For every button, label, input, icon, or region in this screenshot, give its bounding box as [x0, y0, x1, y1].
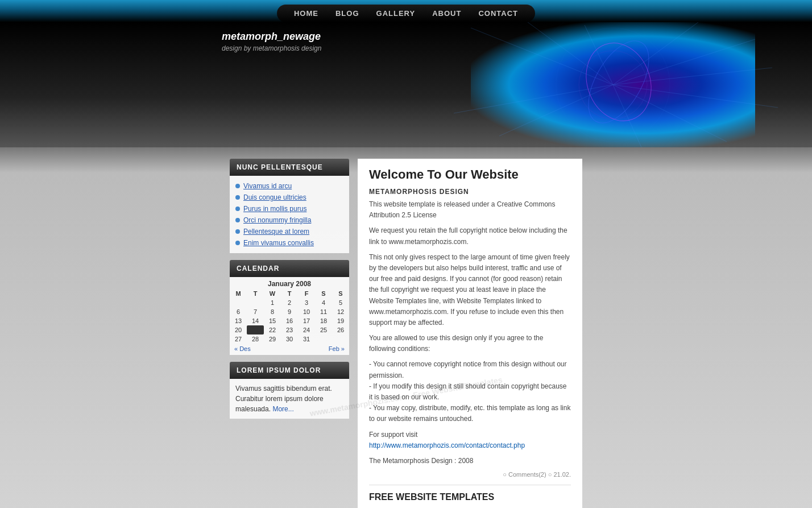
- para1: This website template is released under …: [369, 199, 571, 221]
- calendar-day[interactable]: 17: [298, 316, 315, 325]
- sidebar-link-4[interactable]: Orci nonummy fringilla: [243, 216, 311, 224]
- calendar-day[interactable]: 4: [315, 298, 332, 307]
- calendar-day[interactable]: 8: [264, 307, 281, 316]
- calendar-prev[interactable]: « Des: [234, 345, 251, 352]
- sidebar-links: Vivamus id arcu Duis congue ultricies Pu…: [230, 176, 349, 253]
- top-nav-bar: HOME BLOG GALLERY ABOUT CONTACT: [0, 0, 812, 22]
- svg-line-7: [613, 85, 727, 142]
- sidebar-calendar-header: CALENDAR: [230, 260, 349, 277]
- more-link[interactable]: More...: [272, 405, 293, 413]
- calendar-day[interactable]: 27: [230, 334, 247, 344]
- nav-gallery[interactable]: GALLERY: [376, 9, 416, 18]
- calendar-widget: January 2008 M T W T F S S: [230, 277, 349, 355]
- calendar-day[interactable]: 1: [264, 298, 281, 307]
- calendar-day: [230, 298, 247, 307]
- calendar-day[interactable]: 15: [264, 316, 281, 325]
- bullet-dot: [235, 195, 240, 200]
- svg-line-2: [585, 25, 613, 85]
- sidebar-section1-header: NUNC PELLENTESQUE: [230, 159, 349, 176]
- calendar-day[interactable]: 2: [281, 298, 298, 307]
- calendar-month: January 2008: [230, 277, 349, 289]
- bullet-dot: [235, 206, 240, 211]
- calendar-day[interactable]: 31: [298, 334, 315, 344]
- calendar-next[interactable]: Feb »: [329, 345, 345, 352]
- calendar-day[interactable]: 9: [281, 307, 298, 316]
- nav-blog[interactable]: BLOG: [335, 9, 359, 18]
- calendar-day[interactable]: 24: [298, 325, 315, 334]
- calendar-day[interactable]: 13: [230, 316, 247, 325]
- site-title: metamorph_newage: [222, 31, 321, 43]
- svg-line-6: [613, 85, 778, 108]
- svg-line-3: [613, 22, 698, 85]
- calendar-day[interactable]: 22: [264, 325, 281, 334]
- calendar-day[interactable]: 10: [298, 307, 315, 316]
- sidebar-link-5[interactable]: Pellentesque at lorem: [243, 228, 309, 236]
- calendar-day[interactable]: 7: [247, 307, 264, 316]
- calendar-day[interactable]: 18: [315, 316, 332, 325]
- calendar-day: [247, 298, 264, 307]
- divider: [369, 485, 571, 485]
- main-content: Welcome To Our Website METAMORPHOSIS DES…: [358, 159, 582, 508]
- footer-text: The Metamorphosis Design : 2008: [369, 456, 571, 466]
- calendar-day[interactable]: 3: [298, 298, 315, 307]
- sidebar-link-3[interactable]: Purus in mollis purus: [243, 205, 306, 213]
- calendar-day[interactable]: 29: [264, 334, 281, 344]
- calendar-day[interactable]: 12: [332, 307, 349, 316]
- sidebar-link-6[interactable]: Enim vivamus convallis: [243, 239, 314, 247]
- main-wrapper: www.metamorphozis.com - Free Website Tem…: [0, 147, 812, 508]
- calendar-day: [315, 334, 332, 344]
- calendar-day[interactable]: 5: [332, 298, 349, 307]
- sidebar-lorem-text: Vivamus sagittis bibendum erat. Curabitu…: [230, 379, 349, 419]
- calendar-day[interactable]: 26: [332, 325, 349, 334]
- calendar-day[interactable]: 21: [247, 325, 264, 334]
- list-item: Duis congue ultricies: [230, 192, 349, 203]
- post1-footer: ○ Comments(2) ○ 21.02.: [369, 471, 571, 478]
- sidebar-link-1[interactable]: Vivamus id arcu: [243, 182, 292, 190]
- nav-contact[interactable]: CONTACT: [478, 9, 518, 18]
- comment-icon: ○: [503, 471, 508, 478]
- cal-header-t2: T: [281, 289, 298, 298]
- para4: You are allowed to use this design only …: [369, 333, 571, 354]
- calendar-day[interactable]: 28: [247, 334, 264, 344]
- post1-comments: Comments(2): [508, 471, 546, 478]
- list-item: Vivamus id arcu: [230, 180, 349, 192]
- calendar-nav: « Des Feb »: [230, 344, 349, 355]
- svg-line-4: [613, 39, 755, 85]
- list-item: Orci nonummy fringilla: [230, 214, 349, 226]
- svg-point-14: [575, 34, 661, 130]
- list-item: Purus in mollis purus: [230, 203, 349, 214]
- calendar-day[interactable]: 16: [281, 316, 298, 325]
- calendar-day[interactable]: 6: [230, 307, 247, 316]
- sidebar-link-2[interactable]: Duis congue ultricies: [243, 193, 306, 201]
- sidebar: NUNC PELLENTESQUE Vivamus id arcu Duis c…: [230, 159, 349, 508]
- calendar-day[interactable]: 30: [281, 334, 298, 344]
- calendar-day[interactable]: 20: [230, 325, 247, 334]
- welcome-title: Welcome To Our Website: [369, 167, 571, 182]
- calendar-day[interactable]: 14: [247, 316, 264, 325]
- cal-header-m: M: [230, 289, 247, 298]
- section1-label: METAMORPHOSIS DESIGN: [369, 188, 571, 196]
- cal-header-w: W: [264, 289, 281, 298]
- cal-header-f: F: [298, 289, 315, 298]
- calendar-day[interactable]: 25: [315, 325, 332, 334]
- site-subtitle: design by metamorphosis design: [222, 44, 321, 52]
- cal-header-t: T: [247, 289, 264, 298]
- support-link[interactable]: http://www.metamorphozis.com/contact/con…: [369, 441, 525, 449]
- sidebar-section3-header: LOREM IPSUM DOLOR: [230, 362, 349, 379]
- calendar-day[interactable]: 19: [332, 316, 349, 325]
- calendar-day[interactable]: 23: [281, 325, 298, 334]
- calendar-day[interactable]: 11: [315, 307, 332, 316]
- calendar-day: [332, 334, 349, 344]
- bullet-dot: [235, 229, 240, 234]
- bullet-dot: [235, 218, 240, 222]
- header: metamorph_newage design by metamorphosis…: [0, 22, 812, 147]
- support-text: For support visit http://www.metamorphoz…: [369, 429, 571, 451]
- nav-home[interactable]: HOME: [294, 9, 318, 18]
- svg-point-15: [576, 31, 661, 133]
- calendar-table: M T W T F S S 12345678910111213141516171…: [230, 289, 349, 344]
- cal-header-s: S: [315, 289, 332, 298]
- nav-menu: HOME BLOG GALLERY ABOUT CONTACT: [277, 5, 535, 22]
- post1-date: 21.02.: [553, 471, 571, 478]
- nav-about[interactable]: ABOUT: [432, 9, 461, 18]
- bullet-dot: [235, 184, 240, 188]
